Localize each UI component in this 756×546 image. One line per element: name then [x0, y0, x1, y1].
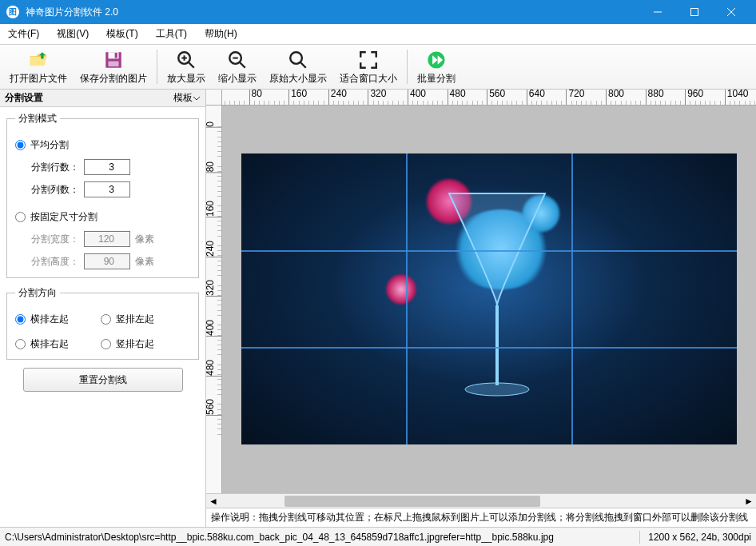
- horizontal-ruler[interactable]: 0801602403204004805606407208008809601040: [222, 90, 756, 106]
- status-separator: [639, 531, 640, 544]
- template-dropdown[interactable]: 模板: [173, 91, 201, 105]
- height-label: 分割高度：: [31, 255, 79, 269]
- settings-panel-title: 分割设置: [5, 91, 43, 105]
- zoom-in-icon: [176, 48, 197, 72]
- settings-panel: 分割设置 模板 分割模式 平均分割 分割行数： 分割列数：: [0, 90, 206, 527]
- cols-input[interactable]: [84, 181, 130, 197]
- app-icon: 图: [6, 6, 19, 18]
- width-row: 分割宽度： 像素: [31, 231, 190, 247]
- fixed-size-radio-input[interactable]: [15, 212, 26, 222]
- split-mode-group: 分割模式 平均分割 分割行数： 分割列数： 按固定尺寸分割: [6, 112, 199, 278]
- zoom-out-button[interactable]: 缩小显示: [212, 46, 263, 87]
- menu-view[interactable]: 视图(V): [54, 26, 92, 42]
- direction-legend: 分割方向: [15, 286, 60, 300]
- v-right-radio[interactable]: 竖排右起: [101, 337, 154, 351]
- ruler-corner: [206, 90, 222, 106]
- average-split-radio[interactable]: 平均分割: [15, 138, 69, 152]
- window-title: 神奇图片分割软件 2.0: [26, 6, 639, 19]
- canvas-main: 080160240320400480560: [206, 106, 756, 493]
- cols-label: 分割列数：: [31, 183, 79, 197]
- svg-point-15: [290, 52, 302, 64]
- split-line-vertical[interactable]: [406, 153, 408, 444]
- maximize-button[interactable]: [676, 0, 713, 24]
- status-bar: C:\Users\Administrator\Desktop\src=http_…: [0, 527, 756, 546]
- svg-rect-1: [691, 9, 698, 16]
- original-size-button[interactable]: 原始大小显示: [263, 46, 333, 87]
- original-size-label: 原始大小显示: [269, 72, 327, 86]
- svg-point-19: [465, 383, 529, 396]
- fit-window-button[interactable]: 适合窗口大小: [333, 46, 404, 87]
- svg-line-16: [300, 62, 306, 68]
- scroll-thumb[interactable]: [284, 496, 540, 507]
- width-label: 分割宽度：: [31, 233, 79, 246]
- toolbar-separator: [157, 50, 157, 84]
- menu-file[interactable]: 文件(F): [5, 26, 42, 42]
- zoom-in-button[interactable]: 放大显示: [161, 46, 212, 87]
- rows-input[interactable]: [84, 159, 130, 175]
- menu-template[interactable]: 模板(T): [103, 26, 141, 42]
- average-split-radio-input[interactable]: [15, 140, 26, 150]
- settings-panel-header: 分割设置 模板: [0, 90, 205, 107]
- direction-group: 分割方向 横排左起 竖排左起 横排右起 竖排右起: [6, 286, 199, 360]
- open-file-button[interactable]: 打开图片文件: [3, 46, 74, 87]
- h-right-radio[interactable]: 横排右起: [15, 337, 69, 351]
- width-input[interactable]: [84, 231, 130, 247]
- main-area: 分割设置 模板 分割模式 平均分割 分割行数： 分割列数：: [0, 90, 756, 527]
- rows-label: 分割行数：: [31, 161, 79, 174]
- rows-row: 分割行数：: [31, 159, 190, 175]
- height-input[interactable]: [84, 253, 130, 269]
- hint-text: 操作说明：拖拽分割线可移动其位置；在标尺上拖拽鼠标到图片上可以添加分割线；将分割…: [211, 511, 748, 524]
- menu-help[interactable]: 帮助(H): [201, 26, 241, 42]
- split-line-horizontal[interactable]: [241, 347, 737, 349]
- cols-row: 分割列数：: [31, 181, 190, 197]
- svg-rect-7: [109, 62, 119, 67]
- vertical-ruler[interactable]: 080160240320400480560: [206, 106, 222, 493]
- split-line-vertical[interactable]: [571, 153, 573, 444]
- svg-line-13: [240, 62, 245, 68]
- horizontal-scrollbar[interactable]: ◄ ►: [206, 493, 756, 508]
- fit-icon: [358, 48, 379, 72]
- save-button[interactable]: 保存分割的图片: [74, 46, 153, 87]
- reset-lines-button[interactable]: 重置分割线: [23, 368, 183, 392]
- canvas-area: 0801602403204004805606407208008809601040…: [206, 90, 756, 527]
- image-stage[interactable]: [241, 153, 737, 444]
- scroll-right-button[interactable]: ►: [742, 494, 756, 508]
- magnifier-icon: [288, 48, 308, 72]
- save-icon: [103, 48, 124, 72]
- scroll-track[interactable]: [221, 494, 742, 508]
- close-button[interactable]: [713, 0, 750, 24]
- scroll-left-button[interactable]: ◄: [206, 494, 221, 508]
- batch-label: 批量分割: [417, 72, 456, 86]
- menu-tools[interactable]: 工具(T): [153, 26, 190, 42]
- hint-bar: 操作说明：拖拽分割线可移动其位置；在标尺上拖拽鼠标到图片上可以添加分割线；将分割…: [206, 508, 756, 527]
- svg-line-9: [189, 62, 194, 68]
- zoom-out-icon: [227, 48, 248, 72]
- toolbar-separator: [407, 50, 408, 84]
- toolbar: 打开图片文件 保存分割的图片 放大显示 缩小显示 原始大小显示 适合窗口大小: [0, 45, 756, 90]
- split-line-horizontal[interactable]: [241, 250, 737, 252]
- title-bar: 图 神奇图片分割软件 2.0: [0, 0, 756, 24]
- menu-bar: 文件(F) 视图(V) 模板(T) 工具(T) 帮助(H): [0, 24, 756, 45]
- status-info: 1200 x 562, 24b, 300dpi: [648, 532, 751, 543]
- fixed-size-radio[interactable]: 按固定尺寸分割: [15, 210, 97, 224]
- pixel-unit: 像素: [135, 255, 154, 269]
- glass-graphic: [441, 185, 553, 409]
- settings-panel-body: 分割模式 平均分割 分割行数： 分割列数： 按固定尺寸分割: [0, 107, 205, 397]
- average-split-label: 平均分割: [30, 138, 69, 152]
- chevron-down-icon: [193, 94, 201, 102]
- batch-button[interactable]: 批量分割: [411, 46, 462, 87]
- v-left-radio[interactable]: 竖排左起: [101, 313, 154, 326]
- status-path: C:\Users\Administrator\Desktop\src=http_…: [5, 532, 631, 543]
- canvas-viewport[interactable]: [222, 106, 756, 493]
- zoom-out-label: 缩小显示: [218, 72, 257, 86]
- template-dropdown-label: 模板: [173, 91, 193, 105]
- h-left-radio[interactable]: 横排左起: [15, 313, 69, 326]
- pixel-unit: 像素: [135, 233, 154, 246]
- fixed-size-label: 按固定尺寸分割: [30, 210, 97, 224]
- batch-icon: [426, 48, 447, 72]
- fit-window-label: 适合窗口大小: [340, 72, 397, 86]
- save-label: 保存分割的图片: [80, 72, 147, 86]
- split-mode-legend: 分割模式: [15, 112, 60, 126]
- folder-open-icon: [28, 48, 49, 72]
- minimize-button[interactable]: [639, 0, 676, 24]
